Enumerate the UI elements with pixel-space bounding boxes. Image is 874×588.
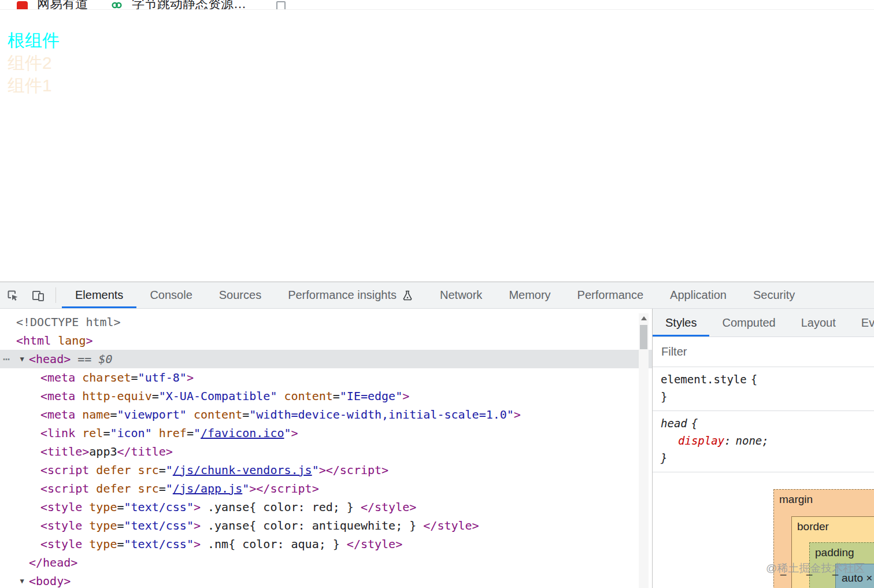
tree-row[interactable]: <style type="text/css"> .yanse{ color: r… <box>0 498 652 516</box>
expand-arrow-icon[interactable]: ▼ <box>16 572 28 588</box>
tree-row[interactable]: <title>app3</title> <box>0 442 652 461</box>
tab-application[interactable]: Application <box>657 282 740 308</box>
juejin-watermark: @稀土掘金技术社区 <box>766 561 865 576</box>
toolbar-divider <box>55 287 56 303</box>
element-style-rule: element.style{ } <box>653 367 874 411</box>
css-property[interactable]: display <box>678 434 724 447</box>
devtools-tab-bar: ElementsConsoleSourcesPerformance insigh… <box>62 282 808 308</box>
browser-tab-title[interactable]: 网易有道 <box>37 0 88 10</box>
head-rule: head{ display:none; } <box>653 411 874 472</box>
browser-tab-strip: 网易有道 字节跳动静态资源… <box>0 0 874 10</box>
tab-performance-insights[interactable]: Performance insights <box>275 282 427 308</box>
elements-tree: <!DOCTYPE html><html lang>⋯▼<head> == $0… <box>0 313 652 588</box>
tab-label: Console <box>150 289 192 302</box>
bytedance-favicon <box>111 0 123 10</box>
tab-label: Security <box>753 289 795 302</box>
padding-label: padding <box>815 546 854 559</box>
scrollbar-thumb[interactable] <box>640 325 647 349</box>
tree-row[interactable]: <script defer src="/js/chunk-vendors.js"… <box>0 461 652 479</box>
tab-label: Memory <box>509 289 550 302</box>
device-toolbar-button[interactable] <box>25 282 51 308</box>
page-text-line: 根组件 <box>8 29 60 51</box>
tree-row[interactable]: <meta http-equiv="X-UA-Compatible" conte… <box>0 387 652 405</box>
browser-tab-title[interactable]: 字节跳动静态资源… <box>132 0 246 10</box>
tree-row[interactable]: ▼<body> <box>0 572 652 588</box>
tab-elements[interactable]: Elements <box>62 282 136 308</box>
tab-security[interactable]: Security <box>740 282 808 308</box>
tab-label: Application <box>670 289 727 302</box>
tab-label: Network <box>440 289 482 302</box>
page-text-block: 根组件组件2组件1 <box>8 29 60 97</box>
elements-scrollbar[interactable] <box>639 313 649 588</box>
sidebar-tab-computed[interactable]: Computed <box>709 309 788 336</box>
tree-row[interactable]: <!DOCTYPE html> <box>0 313 652 331</box>
styles-filter-input[interactable]: Filter <box>661 345 687 358</box>
colon: : <box>724 434 731 447</box>
sidebar-tab-bar: StylesComputedLayoutEvent Listeners <box>653 309 874 337</box>
scroll-up-icon[interactable] <box>639 313 649 323</box>
css-declaration[interactable]: display:none; <box>653 432 874 449</box>
tab-label: Performance insights <box>288 289 397 302</box>
tab-label: Styles <box>665 316 697 330</box>
css-selector[interactable]: element.style <box>661 373 747 386</box>
sidebar-tab-event-listeners[interactable]: Event Listeners <box>849 309 874 336</box>
tab-label: Sources <box>219 289 261 302</box>
styles-filter-bar: Filter <box>653 337 874 367</box>
devtools-toolbar: ElementsConsoleSourcesPerformance insigh… <box>0 282 874 309</box>
tree-row[interactable]: <style type="text/css"> .yanse{ color: a… <box>0 516 652 535</box>
tab-strip-box-icon <box>276 1 286 10</box>
open-brace: { <box>751 373 757 386</box>
styles-sidebar: StylesComputedLayoutEvent Listeners Filt… <box>652 309 874 588</box>
tree-row[interactable]: <html lang> <box>0 331 652 350</box>
beaker-icon <box>402 290 413 301</box>
border-label: border <box>797 520 829 533</box>
rule-close-line: } <box>653 449 874 467</box>
tab-sources[interactable]: Sources <box>206 282 275 308</box>
elements-panel: <!DOCTYPE html><html lang>⋯▼<head> == $0… <box>0 309 652 588</box>
rendered-page: 根组件组件2组件1 <box>0 9 874 282</box>
overflow-dots-icon[interactable]: ⋯ <box>3 350 10 368</box>
sidebar-tab-styles[interactable]: Styles <box>653 309 709 336</box>
open-brace: { <box>691 417 698 430</box>
tab-console[interactable]: Console <box>136 282 205 308</box>
rule-selector-line[interactable]: element.style{ <box>653 371 874 388</box>
sidebar-tab-layout[interactable]: Layout <box>788 309 849 336</box>
tab-label: Elements <box>75 289 123 302</box>
netease-youdao-favicon <box>17 1 28 10</box>
tree-row[interactable]: <meta charset="utf-8"> <box>0 368 652 387</box>
rule-close-line: } <box>653 388 874 405</box>
margin-label: margin <box>779 493 813 506</box>
expand-arrow-icon[interactable]: ▼ <box>16 350 28 368</box>
tree-row[interactable]: <link rel="icon" href="/favicon.ico"> <box>0 424 652 442</box>
tab-label: Performance <box>577 289 644 302</box>
tab-label: Event Listeners <box>861 316 874 330</box>
close-brace: } <box>661 452 667 464</box>
resource-link[interactable]: /js/chunk-vendors.js <box>173 463 312 477</box>
resource-link[interactable]: /favicon.ico <box>201 426 284 440</box>
tree-row[interactable]: <script defer src="/js/app.js"></script> <box>0 479 652 498</box>
css-selector[interactable]: head <box>661 417 687 430</box>
rule-selector-line[interactable]: head{ <box>653 415 874 432</box>
tree-row[interactable]: <style type="text/css"> .nm{ color: aqua… <box>0 535 652 553</box>
tab-network[interactable]: Network <box>427 282 495 308</box>
page-text-line: 组件2 <box>8 51 60 74</box>
inspect-cursor-icon <box>6 289 20 302</box>
tree-row[interactable]: </head> <box>0 553 652 572</box>
devtools-panel: ElementsConsoleSourcesPerformance insigh… <box>0 282 874 588</box>
inspect-element-button[interactable] <box>0 282 25 308</box>
tree-row[interactable]: ⋯▼<head> == $0 <box>0 350 652 368</box>
page-text-line: 组件1 <box>8 74 60 97</box>
tab-memory[interactable]: Memory <box>495 282 564 308</box>
device-toolbar-icon <box>31 289 45 302</box>
tab-label: Layout <box>801 316 836 330</box>
tab-performance[interactable]: Performance <box>564 282 657 308</box>
tab-label: Computed <box>722 316 775 330</box>
tree-row[interactable]: <meta name="viewport" content="width=dev… <box>0 405 652 424</box>
close-brace: } <box>661 390 667 403</box>
css-value[interactable]: none; <box>736 434 769 447</box>
resource-link[interactable]: /js/app.js <box>173 482 242 495</box>
